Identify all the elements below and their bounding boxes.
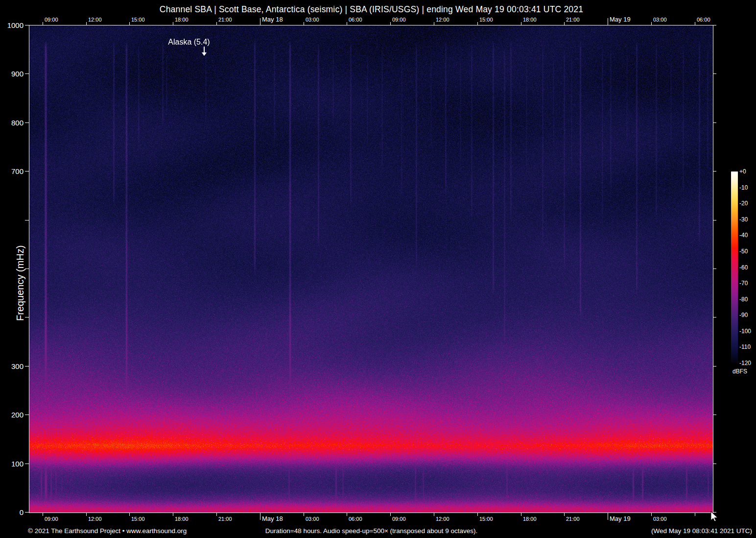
x-tick-label-top: 15:00 xyxy=(479,17,493,23)
x-tick-bottom xyxy=(173,513,173,516)
y-tick-label: 300 xyxy=(0,362,24,370)
x-tick-bottom xyxy=(260,513,260,520)
y-tick-left xyxy=(25,317,29,318)
y-tick-right xyxy=(713,25,716,25)
mouse-cursor-icon[interactable] xyxy=(710,511,719,522)
event-annotation-label: Alaska (5.4) xyxy=(150,38,228,47)
y-tick-label: 200 xyxy=(0,411,24,419)
colorbar-unit-label: dBFS xyxy=(732,368,747,375)
x-tick-label-top: 03:00 xyxy=(306,17,319,23)
x-tick-bottom xyxy=(129,513,130,516)
x-tick-bottom xyxy=(477,513,478,516)
y-tick-left xyxy=(25,415,29,415)
x-tick-label-top: 09:00 xyxy=(45,17,58,23)
x-tick-bottom xyxy=(347,513,347,516)
x-tick-top xyxy=(173,22,173,25)
y-tick-left xyxy=(25,25,29,25)
colorbar-tick-label: -10 xyxy=(739,184,748,191)
x-tick-label-bottom: 09:00 xyxy=(392,516,406,522)
x-tick-top xyxy=(521,22,521,25)
x-tick-label-top: 18:00 xyxy=(175,17,189,23)
x-tick-bottom xyxy=(521,513,521,516)
y-tick-right xyxy=(713,464,716,464)
x-tick-top xyxy=(434,22,434,25)
x-tick-top xyxy=(129,22,130,25)
y-tick-label: 0 xyxy=(0,508,24,516)
x-tick-bottom xyxy=(434,513,434,516)
y-tick-right xyxy=(713,415,716,415)
x-tick-label-top: 15:00 xyxy=(131,17,145,23)
x-tick-bottom xyxy=(304,513,304,516)
y-tick-left xyxy=(25,269,29,269)
x-tick-bottom xyxy=(651,513,652,516)
y-tick-right xyxy=(713,73,716,74)
x-tick-label-top: May 19 xyxy=(610,16,631,23)
colorbar-tick-label: +0 xyxy=(739,168,746,175)
y-tick-left xyxy=(25,73,29,74)
x-tick-bottom xyxy=(390,513,391,516)
x-tick-bottom xyxy=(695,513,695,516)
y-tick-label: 100 xyxy=(0,460,24,468)
x-tick-label-top: 21:00 xyxy=(566,17,580,23)
y-tick-left xyxy=(25,171,29,171)
x-tick-label-bottom: 15:00 xyxy=(479,516,493,522)
x-tick-label-bottom: 09:00 xyxy=(45,516,58,522)
x-tick-label-bottom: 18:00 xyxy=(523,516,537,522)
x-tick-label-top: 03:00 xyxy=(653,17,667,23)
render-timestamp-text: (Wed May 19 08:03:41 2021 UTC) xyxy=(651,527,752,535)
x-tick-label-bottom: 03:00 xyxy=(653,516,667,522)
x-tick-top xyxy=(477,22,478,25)
y-tick-right xyxy=(713,317,716,318)
x-tick-label-bottom: 15:00 xyxy=(131,516,145,522)
colorbar-tick-label: -40 xyxy=(739,232,748,239)
colorbar-tick-label: -90 xyxy=(739,312,748,318)
y-tick-left xyxy=(25,122,29,123)
x-tick-bottom xyxy=(216,513,217,516)
x-tick-top xyxy=(86,22,87,25)
duration-text: Duration=48 hours. Audio speed-up=500× (… xyxy=(29,527,714,535)
x-tick-label-top: 06:00 xyxy=(697,17,710,23)
y-tick-label: 1000 xyxy=(0,21,24,29)
x-tick-label-bottom: 12:00 xyxy=(88,516,102,522)
colorbar-tick-label: -60 xyxy=(739,264,748,271)
y-tick-left xyxy=(25,220,29,220)
y-tick-left xyxy=(25,366,29,367)
colorbar-gradient xyxy=(731,171,738,363)
x-tick-label-top: 18:00 xyxy=(523,17,537,23)
x-tick-label-top: 12:00 xyxy=(88,17,102,23)
x-tick-label-bottom: 18:00 xyxy=(175,516,189,522)
x-tick-label-bottom: 21:00 xyxy=(218,516,232,522)
x-tick-label-bottom: 12:00 xyxy=(436,516,449,522)
spectrogram-canvas xyxy=(29,25,713,513)
x-tick-top xyxy=(216,22,217,25)
x-tick-top xyxy=(608,18,608,25)
x-tick-label-top: 09:00 xyxy=(392,17,406,23)
x-tick-label-bottom: 21:00 xyxy=(566,516,580,522)
colorbar-tick-label: -80 xyxy=(739,296,748,303)
x-tick-top xyxy=(564,22,565,25)
colorbar-tick-label: -110 xyxy=(739,343,751,350)
x-tick-label-top: May 18 xyxy=(262,16,283,23)
y-axis-title: Frequency (mHz) xyxy=(15,245,26,321)
y-tick-label: 900 xyxy=(0,70,24,78)
x-tick-bottom xyxy=(43,513,43,516)
y-tick-label: 700 xyxy=(0,167,24,175)
x-tick-top xyxy=(260,18,260,25)
x-tick-bottom xyxy=(86,513,87,516)
x-tick-top xyxy=(304,22,304,25)
colorbar-tick-label: -120 xyxy=(739,360,751,367)
colorbar-tick-label: -50 xyxy=(739,248,748,255)
x-tick-label-bottom: May 18 xyxy=(262,515,283,522)
chart-title: Channel SBA | Scott Base, Antarctica (se… xyxy=(29,4,714,15)
spectrogram-plot xyxy=(29,25,713,513)
colorbar-tick-label: -30 xyxy=(739,216,748,223)
annotation-down-arrow-icon xyxy=(201,47,207,56)
x-tick-top xyxy=(390,22,391,25)
x-tick-top xyxy=(695,22,695,25)
x-tick-label-bottom: May 19 xyxy=(610,515,631,522)
y-tick-right xyxy=(713,220,716,220)
x-tick-top xyxy=(347,22,347,25)
y-tick-label: 800 xyxy=(0,119,24,127)
x-tick-label-top: 06:00 xyxy=(349,17,362,23)
y-tick-right xyxy=(713,122,716,123)
